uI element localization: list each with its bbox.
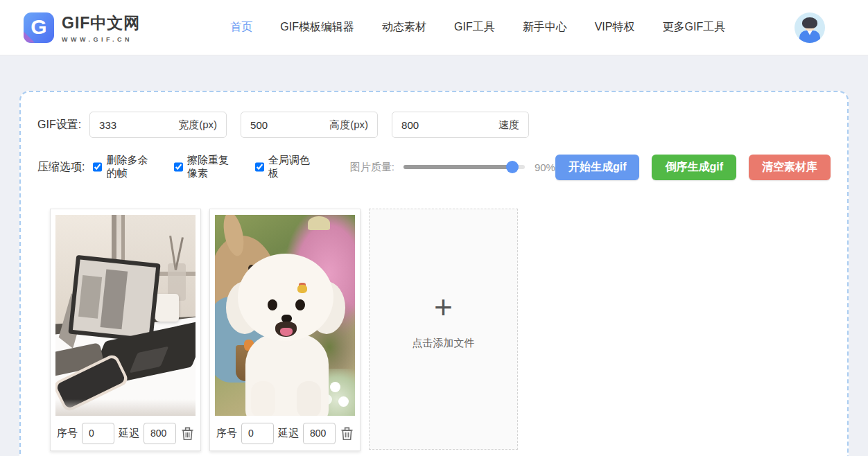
erase-duplicate-pixels-checkbox[interactable]: [174, 162, 183, 172]
speed-input[interactable]: [401, 119, 471, 131]
frame-1-image-laptop-desk[interactable]: [55, 215, 196, 416]
image-quality-label: 图片质量:: [350, 161, 394, 174]
quality-percent-value: 90%: [535, 161, 555, 173]
compression-row: 压缩选项: 删除多余的帧 擦除重复像素 全局调色板 图片质量: 90% 开: [37, 154, 831, 180]
generate-gif-button[interactable]: 开始生成gif: [555, 155, 640, 180]
speed-field: 速度: [392, 112, 529, 138]
frame-2-image-white-poodle[interactable]: [215, 215, 355, 416]
site-logo[interactable]: G GIF中文网 WWW.GIF.CN: [24, 12, 140, 43]
remove-extra-frames-label: 删除多余的帧: [106, 154, 157, 180]
action-buttons: 开始生成gif 倒序生成gif 清空素材库: [555, 155, 831, 180]
add-file-dropzone[interactable]: + 点击添加文件: [369, 209, 518, 450]
remove-extra-frames-checkbox[interactable]: [93, 162, 102, 172]
frame-2-controls: 序号 延迟: [215, 416, 355, 450]
quality-slider[interactable]: [403, 165, 525, 169]
width-unit-label: 宽度(px): [178, 119, 217, 132]
frame-1-seq-label: 序号: [57, 427, 78, 440]
frame-2-delay-input[interactable]: [303, 423, 336, 444]
avatar-hair-shape: [802, 17, 817, 28]
nav-item-template-editor[interactable]: GIF模板编辑器: [280, 20, 354, 35]
quality-slider-thumb[interactable]: [506, 161, 519, 173]
site-url: WWW.GIF.CN: [62, 36, 140, 43]
option-erase-duplicate-pixels[interactable]: 擦除重复像素: [174, 154, 238, 180]
gif-settings-row: GIF设置: 宽度(px) 高度(px) 速度: [37, 112, 831, 138]
plus-icon: +: [434, 291, 453, 323]
site-title: GIF中文网: [62, 12, 140, 34]
quality-slider-fill: [403, 165, 512, 169]
frame-2-seq-input[interactable]: [241, 423, 274, 444]
compression-options-label: 压缩选项:: [37, 160, 85, 175]
nav-item-home[interactable]: 首页: [230, 20, 252, 35]
frame-card-1: 序号 延迟: [50, 209, 201, 451]
frame-1-controls: 序号 延迟: [55, 416, 196, 450]
height-input[interactable]: [250, 119, 320, 131]
frame-1-delete-trash-icon[interactable]: [181, 426, 194, 441]
frames-row: 序号 延迟: [37, 209, 831, 451]
user-avatar[interactable]: [795, 12, 825, 43]
speed-unit-label: 速度: [498, 119, 519, 132]
main-nav: 首页 GIF模板编辑器 动态素材 GIF工具 新手中心 VIP特权 更多GIF工…: [230, 20, 725, 35]
nav-item-beginner-center[interactable]: 新手中心: [523, 20, 567, 35]
frame-1-delay-label: 延迟: [119, 427, 139, 440]
frame-1-delay-input[interactable]: [144, 423, 176, 444]
main-area: GIF设置: 宽度(px) 高度(px) 速度 压缩选项: 删除多余的帧: [0, 55, 868, 456]
width-field: 宽度(px): [89, 112, 227, 138]
frame-1-seq-input[interactable]: [82, 423, 114, 444]
logo-icon: G: [24, 12, 54, 43]
frame-2-seq-label: 序号: [216, 427, 237, 440]
width-input[interactable]: [99, 119, 168, 131]
add-file-label: 点击添加文件: [413, 337, 475, 350]
erase-duplicate-pixels-label: 擦除重复像素: [187, 154, 238, 180]
nav-item-dynamic-material[interactable]: 动态素材: [382, 20, 426, 35]
gif-maker-panel: GIF设置: 宽度(px) 高度(px) 速度 压缩选项: 删除多余的帧: [19, 91, 849, 456]
logo-text: GIF中文网 WWW.GIF.CN: [62, 12, 140, 43]
frame-card-2: 序号 延迟: [209, 209, 361, 451]
frame-2-delay-label: 延迟: [278, 427, 299, 440]
global-palette-checkbox[interactable]: [255, 162, 264, 172]
logo-letter: G: [31, 17, 46, 37]
global-palette-label: 全局调色板: [268, 154, 310, 180]
option-remove-extra-frames[interactable]: 删除多余的帧: [93, 154, 157, 180]
nav-item-vip[interactable]: VIP特权: [595, 20, 635, 35]
frame-2-delete-trash-icon[interactable]: [340, 426, 354, 441]
clear-material-library-button[interactable]: 清空素材库: [749, 155, 831, 180]
gif-settings-label: GIF设置:: [37, 118, 81, 132]
height-unit-label: 高度(px): [329, 119, 368, 132]
reverse-generate-gif-button[interactable]: 倒序生成gif: [652, 155, 736, 180]
nav-item-more-gif-tools[interactable]: 更多GIF工具: [662, 20, 725, 35]
height-field: 高度(px): [241, 112, 378, 138]
nav-item-gif-tools[interactable]: GIF工具: [454, 20, 495, 35]
option-global-palette[interactable]: 全局调色板: [255, 154, 310, 180]
top-header: G GIF中文网 WWW.GIF.CN 首页 GIF模板编辑器 动态素材 GIF…: [0, 0, 868, 55]
